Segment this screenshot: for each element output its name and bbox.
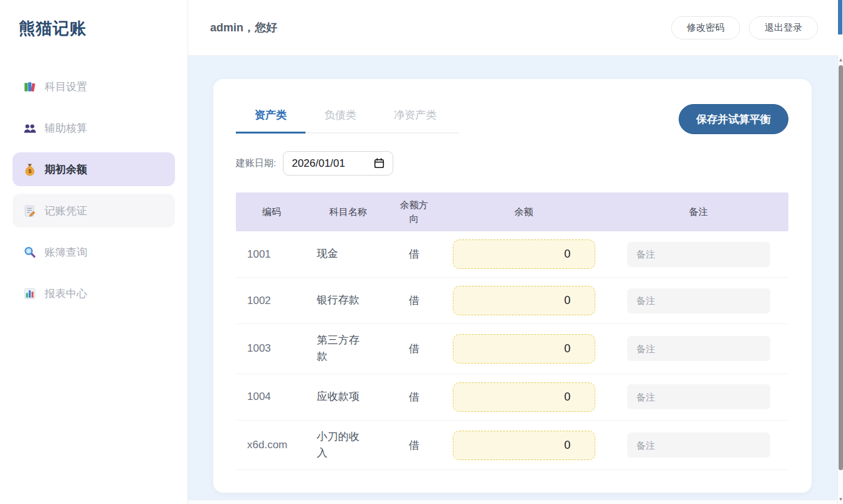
tab-liabilities[interactable]: 负债类: [305, 107, 375, 134]
outer-scrollbar-thumb[interactable]: [838, 0, 842, 34]
account-code: 1004: [236, 374, 307, 420]
category-tabs: 资产类 负债类 净资产类: [236, 107, 459, 134]
account-date-value: 2026/01/01: [292, 157, 345, 170]
sidebar-item-opening-balance[interactable]: $ 期初余额: [13, 152, 175, 186]
card-top-row: 资产类 负债类 净资产类 保存并试算平衡: [236, 107, 788, 134]
content-area: 资产类 负债类 净资产类 保存并试算平衡 建账日期: 2026/01/01: [188, 56, 843, 504]
account-name: 应收款项: [307, 374, 389, 420]
change-password-button[interactable]: 修改密码: [671, 16, 740, 39]
users-icon: [23, 122, 36, 135]
account-date-label: 建账日期:: [236, 157, 276, 169]
top-header: admin，您好 修改密码 退出登录: [188, 0, 843, 56]
col-header-balance: 余额: [439, 192, 608, 231]
sidebar: 熊猫记账 科目设置: [0, 0, 188, 504]
balance-direction: 借: [389, 374, 439, 420]
inner-scrollbar-track[interactable]: ▲ ▼: [837, 55, 843, 504]
col-header-code: 编码: [236, 192, 307, 231]
account-code: x6d.com: [236, 420, 307, 470]
balance-direction: 借: [389, 324, 439, 374]
balance-cell: [439, 374, 608, 420]
header-actions: 修改密码 退出登录: [671, 16, 818, 39]
balance-direction: 借: [389, 278, 439, 324]
moneybag-icon: $: [23, 163, 36, 176]
table-header: 编码 科目名称 余额方向 余额 备注: [236, 192, 788, 231]
scroll-down-arrow[interactable]: ▼: [838, 497, 843, 502]
tab-assets[interactable]: 资产类: [236, 107, 305, 134]
search-icon: [23, 246, 36, 259]
sidebar-item-label: 科目设置: [45, 80, 87, 94]
col-header-name: 科目名称: [307, 192, 389, 231]
remark-input[interactable]: [627, 384, 770, 409]
sidebar-item-label: 辅助核算: [45, 121, 87, 135]
sidebar-item-subject-settings[interactable]: 科目设置: [13, 70, 175, 103]
balance-cell: [439, 231, 608, 278]
account-date-row: 建账日期: 2026/01/01: [236, 151, 788, 176]
balance-cell: [439, 420, 608, 470]
balance-direction: 借: [389, 420, 439, 470]
remark-cell: [608, 420, 788, 470]
balance-input[interactable]: [453, 431, 595, 460]
table-row: x6d.com 小刀的收入 借: [236, 420, 788, 470]
balance-cell: [439, 324, 608, 374]
user-greeting: admin，您好: [210, 20, 277, 35]
account-name: 第三方存款: [307, 324, 389, 374]
balance-input[interactable]: [453, 239, 595, 269]
account-code: 1003: [236, 324, 307, 374]
remark-input[interactable]: [627, 288, 770, 313]
table-row: 1004 应收款项 借: [236, 374, 788, 420]
remark-cell: [608, 278, 788, 324]
sidebar-item-label: 账簿查询: [45, 245, 87, 260]
table-body: 1001 现金 借 1002 银行存款: [236, 231, 788, 470]
sidebar-item-label: 记账凭证: [45, 204, 87, 218]
sidebar-item-label: 期初余额: [45, 162, 87, 177]
sidebar-item-report-center[interactable]: 报表中心: [13, 276, 175, 310]
sidebar-item-voucher[interactable]: 记账凭证: [13, 194, 175, 228]
table-row: 1003 第三方存款 借: [236, 324, 788, 374]
remark-input[interactable]: [627, 242, 770, 267]
account-code: 1002: [236, 278, 307, 324]
opening-balance-card: 资产类 负债类 净资产类 保存并试算平衡 建账日期: 2026/01/01: [213, 79, 812, 493]
remark-cell: [608, 374, 788, 420]
remark-cell: [608, 324, 788, 374]
table-header-row: 编码 科目名称 余额方向 余额 备注: [236, 192, 788, 231]
sidebar-nav: 科目设置 辅助核算 $: [0, 70, 188, 310]
account-code: 1001: [236, 231, 307, 278]
remark-input[interactable]: [627, 433, 770, 458]
voucher-icon: [23, 204, 36, 218]
vertical-scrollbar: ▲ ▼: [837, 0, 843, 504]
calendar-icon[interactable]: [374, 158, 384, 169]
table-row: 1002 银行存款 借: [236, 278, 788, 324]
inner-scrollbar-thumb[interactable]: [839, 65, 843, 470]
main-area: admin，您好 修改密码 退出登录 资产类 负债类 净资产类 保存并试算平衡 …: [188, 0, 843, 504]
col-header-direction: 余额方向: [389, 192, 439, 231]
tab-net-assets[interactable]: 净资产类: [375, 107, 455, 134]
account-date-input[interactable]: 2026/01/01: [283, 151, 393, 176]
account-name: 现金: [307, 231, 389, 278]
balance-direction: 借: [389, 231, 439, 278]
sidebar-item-label: 报表中心: [45, 286, 87, 301]
balance-input[interactable]: [453, 334, 595, 364]
app-title: 熊猫记账: [0, 0, 188, 39]
horizontal-scroll-track: [188, 500, 843, 504]
opening-balance-table: 编码 科目名称 余额方向 余额 备注 1001 现金 借: [236, 192, 788, 470]
balance-input[interactable]: [453, 286, 595, 315]
balance-cell: [439, 278, 608, 324]
sidebar-item-auxiliary-accounting[interactable]: 辅助核算: [13, 111, 175, 145]
col-header-remark: 备注: [608, 192, 788, 231]
chart-icon: [23, 287, 36, 300]
remark-cell: [608, 231, 788, 278]
logout-button[interactable]: 退出登录: [749, 16, 818, 39]
scroll-up-arrow[interactable]: ▲: [838, 58, 843, 63]
account-name: 小刀的收入: [307, 420, 389, 470]
books-icon: [23, 80, 36, 93]
save-trial-balance-button[interactable]: 保存并试算平衡: [679, 104, 788, 134]
sidebar-item-ledger-query[interactable]: 账簿查询: [13, 235, 175, 269]
app-window: 熊猫记账 科目设置: [0, 0, 843, 504]
remark-input[interactable]: [627, 336, 770, 361]
table-row: 1001 现金 借: [236, 231, 788, 278]
svg-text:$: $: [28, 167, 32, 174]
account-name: 银行存款: [307, 278, 389, 324]
balance-input[interactable]: [453, 382, 595, 412]
